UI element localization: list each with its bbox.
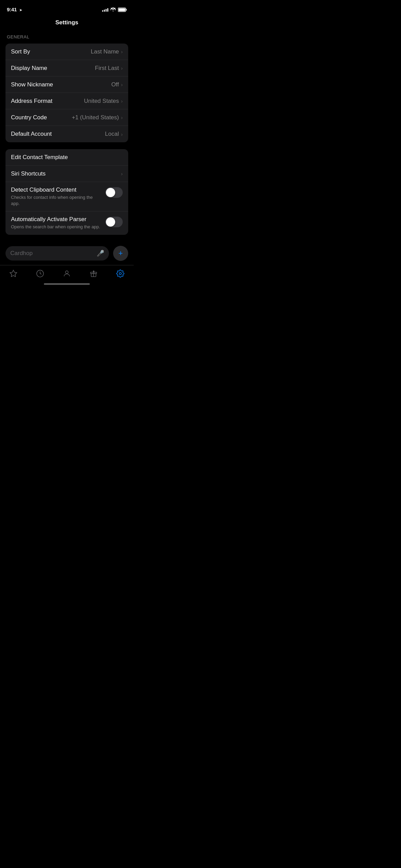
nav-header: Settings (0, 16, 134, 32)
status-time-area: 9:41 ➤ (7, 7, 22, 13)
svg-rect-1 (126, 9, 127, 11)
auto-parser-title: Automatically Activate Parser (11, 216, 101, 223)
auto-parser-text: Automatically Activate Parser Opens the … (11, 216, 101, 230)
siri-shortcuts-right: › (121, 171, 123, 177)
svg-point-8 (119, 273, 121, 275)
detect-clipboard-row: Detect Clipboard Content Checks for cont… (5, 182, 128, 212)
country-code-row[interactable]: Country Code +1 (United States) › (5, 109, 128, 126)
wifi-icon (110, 8, 116, 12)
edit-contact-template-row[interactable]: Edit Contact Template › (5, 149, 128, 166)
country-code-label: Country Code (11, 114, 47, 121)
general-settings-card: Sort By Last Name › Display Name First L… (5, 44, 128, 142)
address-format-right: United States › (84, 98, 123, 105)
edit-template-left: Edit Contact Template (11, 154, 68, 161)
sort-by-chevron: › (121, 49, 123, 55)
person-icon (63, 269, 71, 278)
sort-by-left: Sort By (11, 48, 30, 55)
tab-gifts[interactable] (84, 268, 103, 279)
detect-clipboard-title: Detect Clipboard Content (11, 186, 101, 193)
default-account-left: Default Account (11, 131, 52, 137)
sort-by-value: Last Name (91, 48, 119, 55)
auto-parser-knob (106, 217, 115, 227)
country-code-right: +1 (United States) › (72, 114, 123, 121)
show-nickname-right: Off › (111, 81, 123, 88)
general-section-label: GENERAL (0, 32, 134, 42)
sort-by-right: Last Name › (91, 48, 123, 55)
tab-settings[interactable] (111, 268, 130, 279)
signal-icon (102, 8, 108, 12)
auto-parser-subtitle: Opens the search bar when opening the ap… (11, 224, 101, 230)
siri-shortcuts-left: Siri Shortcuts (11, 170, 46, 177)
detect-clipboard-toggle[interactable] (105, 187, 123, 198)
show-nickname-chevron: › (121, 82, 123, 87)
star-icon (9, 269, 17, 278)
actions-settings-card: Edit Contact Template › Siri Shortcuts ›… (5, 149, 128, 235)
default-account-value: Local (105, 131, 119, 137)
gift-icon (89, 269, 98, 278)
siri-shortcuts-row[interactable]: Siri Shortcuts › (5, 166, 128, 182)
battery-icon (118, 8, 127, 12)
search-placeholder: Cardhop (10, 250, 94, 257)
address-format-label: Address Format (11, 98, 52, 105)
country-code-left: Country Code (11, 114, 47, 121)
sort-by-label: Sort By (11, 48, 30, 55)
show-nickname-row[interactable]: Show Nickname Off › (5, 76, 128, 93)
svg-rect-2 (119, 8, 125, 11)
clock: 9:41 (7, 7, 17, 12)
location-icon: ➤ (19, 8, 22, 12)
display-name-row[interactable]: Display Name First Last › (5, 60, 128, 76)
address-format-left: Address Format (11, 98, 52, 105)
tab-bar (0, 265, 134, 280)
svg-point-5 (65, 271, 68, 274)
tab-favorites[interactable] (4, 268, 23, 279)
search-area: Cardhop 🎤 + (0, 242, 134, 265)
detect-clipboard-knob (106, 188, 115, 197)
edit-template-label: Edit Contact Template (11, 154, 68, 161)
show-nickname-left: Show Nickname (11, 81, 53, 88)
status-bar: 9:41 ➤ (0, 0, 134, 16)
page-title: Settings (55, 19, 78, 26)
tab-contacts[interactable] (57, 268, 76, 279)
address-format-value: United States (84, 98, 119, 105)
country-code-value: +1 (United States) (72, 114, 119, 121)
siri-shortcuts-label: Siri Shortcuts (11, 170, 46, 177)
display-name-value: First Last (95, 65, 119, 72)
display-name-left: Display Name (11, 65, 47, 72)
clock-icon (36, 269, 44, 278)
detect-clipboard-subtitle: Checks for contact info when opening the… (11, 194, 101, 207)
default-account-label: Default Account (11, 131, 52, 137)
default-account-right: Local › (105, 131, 123, 137)
tab-recents[interactable] (31, 268, 50, 279)
country-code-chevron: › (121, 114, 123, 120)
display-name-right: First Last › (95, 65, 123, 72)
show-nickname-value: Off (111, 81, 119, 88)
sort-by-row[interactable]: Sort By Last Name › (5, 44, 128, 60)
default-account-chevron: › (121, 131, 123, 137)
siri-shortcuts-chevron: › (121, 171, 123, 177)
gear-icon (116, 269, 124, 278)
address-format-chevron: › (121, 98, 123, 104)
microphone-icon[interactable]: 🎤 (97, 250, 104, 257)
show-nickname-label: Show Nickname (11, 81, 53, 88)
search-bar[interactable]: Cardhop 🎤 (5, 246, 109, 261)
display-name-label: Display Name (11, 65, 47, 72)
display-name-chevron: › (121, 65, 123, 71)
home-indicator (0, 280, 134, 286)
detect-clipboard-text: Detect Clipboard Content Checks for cont… (11, 186, 101, 207)
svg-marker-3 (10, 270, 17, 277)
plus-icon: + (119, 250, 123, 257)
add-contact-button[interactable]: + (113, 246, 128, 261)
home-bar (44, 283, 90, 285)
address-format-row[interactable]: Address Format United States › (5, 93, 128, 109)
auto-parser-toggle[interactable] (105, 217, 123, 227)
default-account-row[interactable]: Default Account Local › (5, 126, 128, 142)
auto-parser-row: Automatically Activate Parser Opens the … (5, 212, 128, 234)
status-icons (102, 8, 127, 12)
